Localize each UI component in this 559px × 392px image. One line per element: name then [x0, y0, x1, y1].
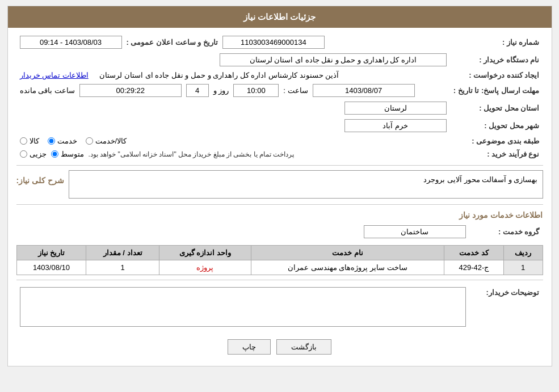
tabaqe-label: طبقه بندی موضوعی : [450, 134, 543, 147]
divider-3 [16, 280, 543, 280]
cell-count: 1 [86, 260, 159, 275]
tabaqe-kala[interactable]: کالا [20, 137, 39, 145]
ostan-label: استان محل تحویل : [450, 99, 543, 117]
noeFarayand-motevaset-radio[interactable] [51, 150, 58, 158]
shahr-label: شهر محل تحویل : [450, 117, 543, 134]
tabaqe-kala-khedmat[interactable]: کالا/خدمت [86, 137, 127, 145]
tabaqe-khedmat-label: خدمت [57, 137, 77, 145]
col-date: تاریخ نیاز [16, 246, 86, 260]
tarikhSaatElan-label: تاریخ و ساعت اعلان عمومی : [127, 38, 218, 47]
noeFarayand-jozei-label: جزیی [30, 150, 47, 158]
col-count: تعداد / مقدار [86, 246, 159, 260]
tozi-label: توضیحات خریدار: [469, 285, 543, 331]
grohe-label: گروه خدمت : [469, 223, 543, 241]
shomareNiaz-label: شماره نیاز : [450, 33, 543, 51]
mohlat-rooz: 4 [186, 84, 209, 97]
cell-code: ج-42-429 [444, 260, 504, 275]
ijadKonande-label: ایجاد کننده درخواست : [450, 69, 543, 82]
divider-2 [16, 204, 543, 205]
noeFarayand-label: نوع فرآیند خرید : [450, 147, 543, 161]
tabaqe-khedmat-radio[interactable] [48, 137, 55, 145]
noeFarayand-motevaset-label: متوسط [61, 150, 84, 158]
tabaqe-kala-khedmat-radio[interactable] [86, 137, 93, 145]
ijadKonande-link[interactable]: اطلاعات تماس خریدار [20, 71, 89, 79]
services-table: ردیف کد خدمت نام خدمت واحد اندازه گیری ت… [16, 245, 543, 275]
shomareNiaz-value: 1103003469000134 [222, 36, 325, 49]
tabaqe-kala-radio[interactable] [20, 137, 27, 145]
back-button[interactable]: بازگشت [276, 339, 331, 355]
shahr-value: خرم آباد [344, 119, 447, 132]
cell-date: 1403/08/10 [16, 260, 86, 275]
khadamat-title: اطلاعات خدمات مورد نیاز [16, 210, 543, 220]
tabaqe-kala-label: کالا [30, 137, 39, 145]
sharh-value: بهسازی و آسفالت محور آلایی بروجرد [69, 170, 543, 199]
button-row: بازگشت چاپ [16, 339, 543, 355]
ostan-value: لرستان [344, 102, 447, 115]
noeFarayand-jozei[interactable]: جزیی [20, 150, 47, 158]
tarikhSaatElan-value: 1403/08/03 - 09:14 [20, 36, 122, 49]
cell-name: ساخت سایر پروژه‌های مهندسی عمران [251, 260, 444, 275]
noeFarayand-jozei-radio[interactable] [20, 150, 27, 158]
mohlat-rooz-label: روز و [213, 86, 229, 95]
mohlat-label: مهلت ارسال پاسخ: تا تاریخ : [450, 82, 543, 99]
tabaqe-khedmat[interactable]: خدمت [48, 137, 77, 145]
table-row: 1ج-42-429ساخت سایر پروژه‌های مهندسی عمرا… [16, 260, 543, 275]
noeFarayand-notice: پرداخت تمام یا بخشی از مبلغ خریداز محل "… [89, 150, 295, 158]
ijadKonande-value: آذین حسنوند کارشناس اداره کل راهداری و ح… [99, 71, 339, 79]
grohe-value: ساختمان [364, 225, 466, 238]
tozi-textarea[interactable] [20, 287, 466, 327]
col-radif: ردیف [503, 246, 543, 260]
col-code: کد خدمت [444, 246, 504, 260]
namDastgah-value: اداره کل راهداری و حمل و نقل جاده ای است… [220, 53, 447, 66]
mohlat-mande-label: ساعت باقی مانده [20, 86, 75, 95]
noeFarayand-motevaset[interactable]: متوسط [51, 150, 84, 158]
mohlat-mande: 00:29:22 [79, 84, 182, 97]
col-unit: واحد اندازه گیری [159, 246, 251, 260]
page-title: جزئیات اطلاعات نیاز [8, 6, 552, 28]
tabaqe-kala-khedmat-label: کالا/خدمت [95, 137, 127, 145]
mohlat-saat-label: ساعت : [283, 86, 308, 95]
sharh-label: شرح کلی نیاز: [16, 176, 64, 185]
mohlat-date: 1403/08/07 [313, 84, 415, 97]
divider-1 [16, 165, 543, 166]
namDastgah-label: نام دستگاه خریدار : [450, 51, 543, 69]
cell-unit: پروژه [159, 260, 251, 275]
cell-radif: 1 [503, 260, 543, 275]
col-name: نام خدمت [251, 246, 444, 260]
print-button[interactable]: چاپ [228, 339, 271, 355]
mohlat-saat: 10:00 [233, 84, 279, 97]
